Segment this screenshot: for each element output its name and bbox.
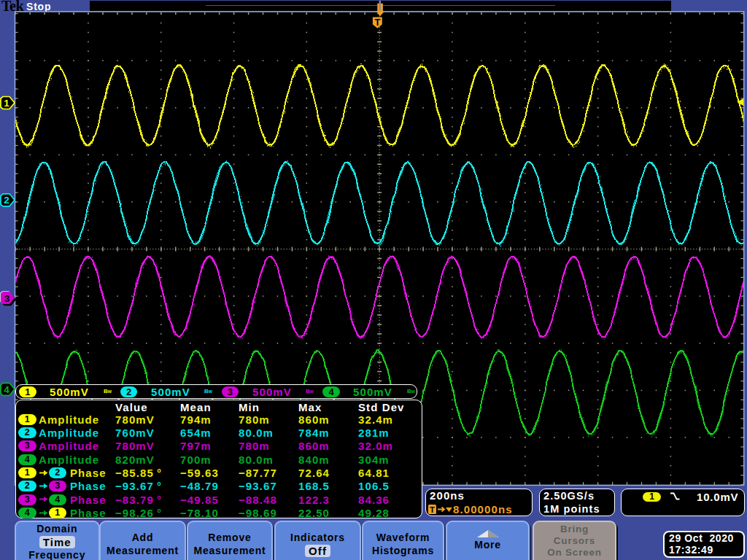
svg-text:2: 2 — [4, 195, 9, 206]
svg-text:3: 3 — [4, 293, 10, 304]
svg-text:T: T — [430, 505, 435, 514]
svg-text:1: 1 — [4, 98, 9, 109]
svg-text:4: 4 — [4, 384, 9, 395]
svg-text:T: T — [374, 17, 380, 28]
